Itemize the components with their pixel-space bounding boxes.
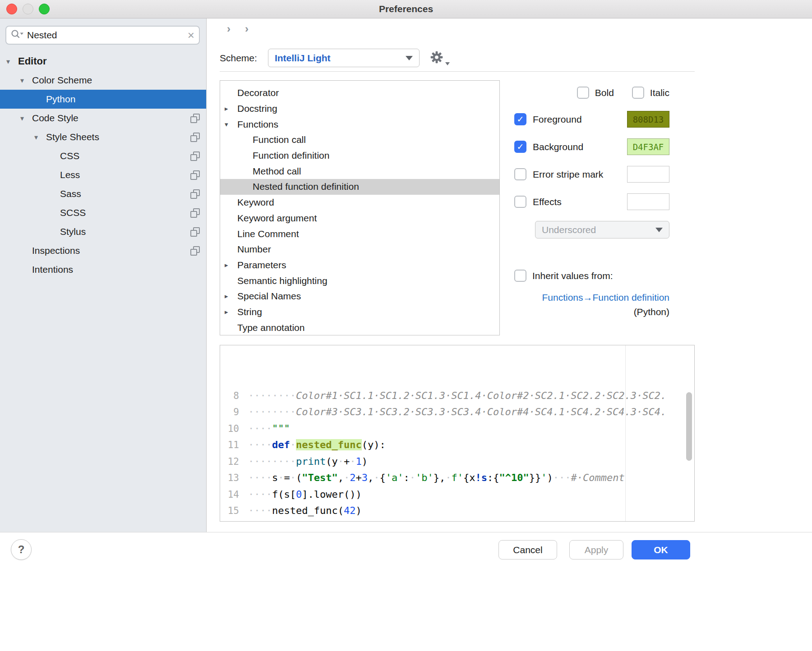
- sidebar-item-label: Stylus: [60, 226, 187, 237]
- breadcrumb-item[interactable]: [238, 23, 256, 35]
- sidebar-item[interactable]: ▾ Code Style: [0, 109, 206, 128]
- dropdown-arrow-icon: [655, 228, 663, 232]
- code-line[interactable]: 15 ····nested_func(42): [220, 503, 694, 519]
- attribute-item[interactable]: ▸ Special Names: [220, 289, 499, 304]
- chevron-icon[interactable]: ▸: [225, 292, 237, 300]
- line-number: 13: [220, 470, 239, 486]
- search-field[interactable]: ×: [5, 26, 200, 45]
- effect-style-select[interactable]: Underscored: [535, 221, 669, 238]
- search-input[interactable]: [23, 29, 188, 41]
- attribute-item[interactable]: Number: [220, 242, 499, 257]
- attribute-item[interactable]: ▸ Parameters: [220, 257, 499, 273]
- attribute-item[interactable]: Decorator: [220, 85, 499, 101]
- sidebar-item[interactable]: ▾ Style Sheets: [0, 128, 206, 147]
- window-title: Preferences: [379, 4, 433, 14]
- sidebar-item[interactable]: Inspections: [0, 241, 206, 260]
- code-lines: 8 ········Color#1·SC1.1·SC1.2·SC1.3·SC1.…: [220, 345, 694, 522]
- code-text: ····""": [239, 421, 290, 437]
- scheme-select[interactable]: IntelliJ Light: [268, 49, 420, 67]
- breadcrumb-item[interactable]: [220, 23, 238, 35]
- color-swatch[interactable]: [627, 166, 669, 183]
- clear-search-icon[interactable]: ×: [188, 29, 194, 41]
- code-line[interactable]: 12 ········print(y·+·1): [220, 454, 694, 470]
- code-line[interactable]: 16 class·Foo:: [220, 519, 694, 522]
- attribute-item[interactable]: Line Comment: [220, 226, 499, 242]
- sidebar-item[interactable]: Stylus: [0, 222, 206, 241]
- copy-icon: [190, 246, 200, 256]
- search-icon[interactable]: [10, 28, 23, 42]
- attribute-item[interactable]: ▸ String: [220, 304, 499, 320]
- copy-icon: [190, 227, 200, 237]
- color-swatch[interactable]: 808D13: [627, 111, 669, 128]
- italic-label: Italic: [650, 87, 669, 98]
- option-checkbox[interactable]: [514, 113, 526, 125]
- ok-button[interactable]: OK: [632, 540, 690, 559]
- zoom-button[interactable]: [39, 4, 50, 14]
- sidebar-item-label: Style Sheets: [46, 132, 187, 142]
- inherit-link[interactable]: Functions→Function definition: [542, 292, 670, 303]
- code-line[interactable]: 13 ····s·=·("Test",·2+3,·{'a':·'b'},·f'{…: [220, 470, 694, 486]
- attribute-item[interactable]: Keyword: [220, 195, 499, 211]
- code-line[interactable]: 11 ····def·nested_func(y):: [220, 437, 694, 454]
- code-line[interactable]: 8 ········Color#1·SC1.1·SC1.2·SC1.3·SC1.…: [220, 388, 694, 404]
- sidebar-item[interactable]: ▾ Editor: [0, 52, 206, 71]
- minimize-button[interactable]: [23, 4, 33, 14]
- chevron-icon[interactable]: ▸: [225, 105, 237, 113]
- attribute-item[interactable]: Keyword argument: [220, 211, 499, 226]
- header-divider: [220, 71, 695, 72]
- sidebar-item[interactable]: CSS: [0, 147, 206, 165]
- attribute-label: String: [237, 307, 262, 317]
- preview-editor[interactable]: 8 ········Color#1·SC1.1·SC1.2·SC1.3·SC1.…: [220, 345, 695, 522]
- chevron-icon[interactable]: ▾: [6, 57, 18, 66]
- inherit-note: (Python): [634, 307, 669, 317]
- attribute-item[interactable]: ▾ Functions: [220, 116, 499, 132]
- code-line[interactable]: 14 ····f(s[0].lower()): [220, 486, 694, 503]
- code-line[interactable]: 10 ····""": [220, 421, 694, 437]
- attribute-label: Function definition: [253, 150, 329, 161]
- sidebar-item[interactable]: ▾ Color Scheme: [0, 71, 206, 90]
- attribute-label: Functions: [237, 119, 278, 130]
- chevron-icon[interactable]: ▾: [225, 120, 237, 128]
- attribute-label: Type annotation: [237, 322, 304, 333]
- sidebar-item-label: Less: [60, 170, 187, 180]
- attribute-item[interactable]: Semantic highlighting: [220, 273, 499, 289]
- scrollbar-thumb[interactable]: [686, 392, 692, 461]
- chevron-icon[interactable]: ▾: [20, 114, 32, 123]
- chevron-icon[interactable]: ▸: [225, 308, 237, 316]
- sidebar-item[interactable]: Intentions: [0, 260, 206, 279]
- attribute-item[interactable]: Method call: [220, 163, 499, 179]
- apply-button[interactable]: Apply: [569, 540, 623, 559]
- sidebar-item[interactable]: Sass: [0, 184, 206, 203]
- sidebar-item[interactable]: SCSS: [0, 203, 206, 222]
- sidebar-item[interactable]: Python: [0, 90, 206, 109]
- chevron-icon[interactable]: ▸: [225, 261, 237, 269]
- cancel-button[interactable]: Cancel: [498, 540, 557, 559]
- attribute-item[interactable]: ▸ Docstring: [220, 101, 499, 117]
- attribute-item[interactable]: Type annotation: [220, 320, 499, 335]
- line-number: 8: [220, 388, 239, 404]
- inherit-checkbox[interactable]: [514, 270, 526, 282]
- code-line[interactable]: 9 ········Color#3·SC3.1·SC3.2·SC3.3·SC3.…: [220, 404, 694, 421]
- sidebar-item-label: Color Scheme: [32, 75, 187, 86]
- chevron-icon[interactable]: ▾: [20, 76, 32, 85]
- chevron-icon[interactable]: ▾: [34, 133, 46, 142]
- options-panel: Bold Italic Foreground 808D13 Background…: [510, 80, 696, 335]
- line-number: 12: [220, 454, 239, 470]
- sidebar-item[interactable]: Less: [0, 165, 206, 184]
- attribute-label: Docstring: [237, 103, 277, 114]
- bold-checkbox[interactable]: [577, 87, 589, 99]
- option-checkbox[interactable]: [514, 196, 526, 208]
- color-swatch[interactable]: D4F3AF: [627, 138, 669, 155]
- option-checkbox[interactable]: [514, 141, 526, 153]
- attribute-item[interactable]: Nested function definition: [220, 179, 499, 195]
- scheme-actions-button[interactable]: [429, 50, 450, 66]
- attribute-item[interactable]: Function call: [220, 132, 499, 148]
- close-button[interactable]: [6, 4, 17, 14]
- color-swatch[interactable]: [627, 193, 669, 210]
- attribute-item[interactable]: Function definition: [220, 148, 499, 164]
- italic-checkbox[interactable]: [632, 87, 644, 99]
- option-checkbox[interactable]: [514, 168, 526, 180]
- help-button[interactable]: ?: [11, 539, 32, 560]
- line-number: 14: [220, 486, 239, 503]
- attribute-label: Semantic highlighting: [237, 275, 328, 286]
